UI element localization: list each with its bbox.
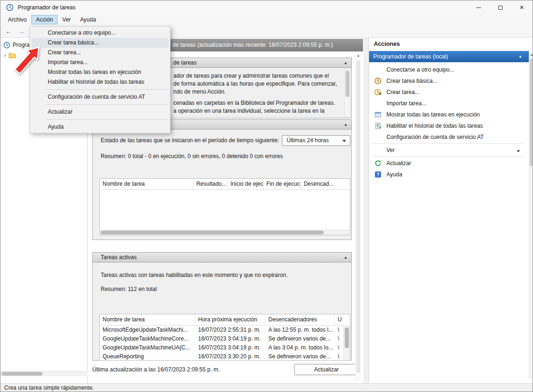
action-at-service-account-config[interactable]: Configuración de cuenta de servicio AT — [370, 131, 527, 143]
time-range-select[interactable]: Últimas 24 horas — [282, 135, 350, 146]
menu-item-conectarse[interactable]: Conectarse a otro equipo... — [31, 28, 169, 38]
cell-next-run: 16/07/2023 3:04:19 p. m. — [195, 343, 266, 352]
menu-item-mostrar-tareas[interactable]: Mostrar todas las tareas en ejecución — [31, 67, 169, 77]
menu-separator — [46, 119, 168, 120]
scrollbar-thumb[interactable] — [101, 231, 324, 234]
collapse-icon[interactable]: ▲ — [344, 253, 348, 263]
task-scheduler-icon — [3, 42, 10, 49]
table-header-row: Nombre de tarea Hora próxima ejecución D… — [100, 314, 350, 326]
scrollbar-thumb[interactable] — [346, 71, 349, 97]
column-header[interactable]: Hora próxima ejecución — [195, 314, 266, 325]
close-button[interactable]: ✕ — [511, 0, 533, 15]
column-header[interactable]: Desencadenadores — [266, 314, 335, 325]
table-row[interactable]: MicrosoftEdgeUpdateTaskMachi... 16/07/20… — [100, 326, 350, 334]
action-enable-task-history[interactable]: Habilitar el historial de todas las tare… — [370, 120, 527, 131]
tree-horizontal-scrollbar[interactable] — [0, 371, 88, 376]
center-vertical-scrollbar[interactable]: ▲ — [355, 53, 361, 380]
history-icon — [374, 122, 382, 130]
column-header[interactable]: Desencad... — [301, 179, 350, 189]
running-tasks-icon — [374, 111, 382, 118]
cell-next-run: 16/07/2023 2:55:31 p. m. — [195, 326, 266, 334]
overview-text-line: ador de tareas para crear y administrar … — [173, 73, 329, 79]
minimize-button[interactable] — [468, 0, 489, 15]
submenu-arrow-icon: ▸ — [518, 148, 520, 153]
action-create-basic-task[interactable]: Crear tarea básica... — [370, 75, 527, 87]
column-header[interactable]: Fin de ejecución — [264, 179, 301, 189]
scrollbar-thumb[interactable] — [1, 372, 43, 376]
action-view[interactable]: Ver ▸ — [370, 145, 527, 156]
blank-icon — [374, 100, 382, 107]
actions-panel: Acciones Programador de tareas (local) ▲… — [369, 38, 533, 383]
scrollbar-thumb[interactable] — [530, 58, 533, 166]
action-create-task[interactable]: Crear tarea... — [370, 87, 527, 98]
scrollbar-thumb[interactable] — [356, 60, 360, 373]
cell-location: \ — [335, 334, 344, 343]
create-task-icon — [374, 88, 382, 96]
forward-icon[interactable]: → — [18, 27, 25, 35]
overview-text-line: de forma automática a las horas que espe… — [173, 80, 337, 87]
cell-triggers: Se definieron varios de... — [266, 334, 335, 343]
scroll-up-icon[interactable]: ▲ — [355, 53, 361, 58]
table-vertical-scrollbar[interactable] — [343, 325, 350, 360]
column-header[interactable]: Nombre de tarea — [100, 314, 195, 325]
blank-icon — [374, 133, 382, 141]
time-range-value: Últimas 24 horas — [287, 137, 329, 144]
menu-item-crear-tarea-basica[interactable]: Crear tarea básica... — [31, 38, 169, 48]
table-row[interactable]: QueueReporting 16/07/2023 3:30:20 p. m. … — [100, 352, 350, 361]
menu-accion[interactable]: Acción — [31, 15, 58, 24]
cell-triggers: A las 12:55 p. m. todos l... — [266, 326, 335, 334]
cell-location: \ — [335, 343, 344, 352]
blank-icon — [374, 66, 382, 73]
actions-scope-label: Programador de tareas (local) — [373, 53, 448, 60]
action-show-running-tasks[interactable]: Mostrar todas las tareas en ejecución — [370, 109, 527, 120]
active-tasks-description: Tareas activas son tareas habilitadas en… — [101, 272, 288, 278]
title-bar: Programador de tareas ✕ — [0, 0, 533, 15]
refresh-button[interactable]: Actualizar — [294, 364, 359, 375]
column-header[interactable]: Resultado... — [193, 179, 228, 189]
menu-item-crear-tarea[interactable]: Crear tarea... — [31, 48, 169, 58]
action-connect-other-computer[interactable]: Conectarse a otro equipo... — [370, 64, 527, 75]
menu-item-actualizar[interactable]: Actualizar — [31, 107, 169, 117]
action-refresh[interactable]: Actualizar — [370, 158, 527, 169]
collapse-icon[interactable]: ▲ — [344, 120, 348, 130]
table-row[interactable]: GoogleUpdateTaskMachineCore... 16/07/202… — [100, 334, 350, 343]
status-filter-label: Estado de las tareas que se iniciaron en… — [101, 137, 279, 144]
scroll-up-icon[interactable]: ▲ — [529, 52, 533, 58]
refresh-icon — [374, 160, 382, 167]
menu-item-ayuda[interactable]: Ayuda — [31, 122, 169, 132]
separator — [372, 156, 524, 157]
cell-triggers: Se definieron varios de... — [266, 352, 335, 361]
cell-task-name: MicrosoftEdgeUpdateTaskMachi... — [100, 326, 195, 334]
column-header[interactable]: Nombre de tarea — [100, 179, 193, 189]
table-row[interactable]: GoogleUpdateTaskMachineUA{C... 16/07/202… — [100, 343, 350, 352]
menu-item-habilitar-historial[interactable]: Habilitar el historial de todas las tare… — [31, 77, 169, 87]
table-horizontal-scrollbar[interactable] — [100, 230, 350, 235]
overview-text-line: a operación en una tarea individual, sel… — [173, 108, 325, 114]
back-icon[interactable]: ← — [5, 27, 12, 35]
collapse-icon[interactable]: ▲ — [344, 58, 348, 68]
action-help[interactable]: ? Ayuda — [370, 169, 527, 180]
overview-scrollbar[interactable] — [345, 69, 350, 117]
collapse-icon[interactable]: ▲ — [518, 51, 522, 62]
menu-item-configuracion-at[interactable]: Configuración de cuenta de servicio AT — [31, 92, 169, 102]
console-header-text: de tareas (actualización más reciente: 1… — [172, 42, 333, 48]
scrollbar-thumb[interactable] — [345, 327, 349, 348]
menu-item-importar-tarea[interactable]: Importar tarea... — [31, 58, 169, 67]
menu-bar: Archivo Acción Ver Ayuda — [0, 15, 533, 25]
actions-vertical-scrollbar[interactable]: ▲ — [529, 52, 533, 379]
chevron-right-icon[interactable]: › — [4, 52, 6, 58]
column-header[interactable]: U — [335, 314, 344, 325]
column-header[interactable]: Inicio de ejecu... — [228, 179, 264, 189]
task-status-table: Nombre de tarea Resultado... Inicio de e… — [99, 178, 350, 235]
annotation-arrow — [12, 41, 44, 78]
menu-ver[interactable]: Ver — [58, 15, 75, 24]
action-import-task[interactable]: Importar tarea... — [370, 98, 527, 109]
minimize-icon — [476, 7, 481, 8]
menu-archivo[interactable]: Archivo — [3, 15, 31, 24]
menu-ayuda[interactable]: Ayuda — [75, 15, 101, 24]
accion-dropdown-menu: Conectarse a otro equipo... Crear tarea … — [30, 26, 170, 133]
overview-text-line: ndo de menú Acción. — [173, 88, 226, 95]
actions-scope-bar[interactable]: Programador de tareas (local) ▲ — [369, 51, 529, 62]
maximize-button[interactable] — [489, 0, 511, 15]
window-controls: ✕ — [468, 0, 533, 15]
